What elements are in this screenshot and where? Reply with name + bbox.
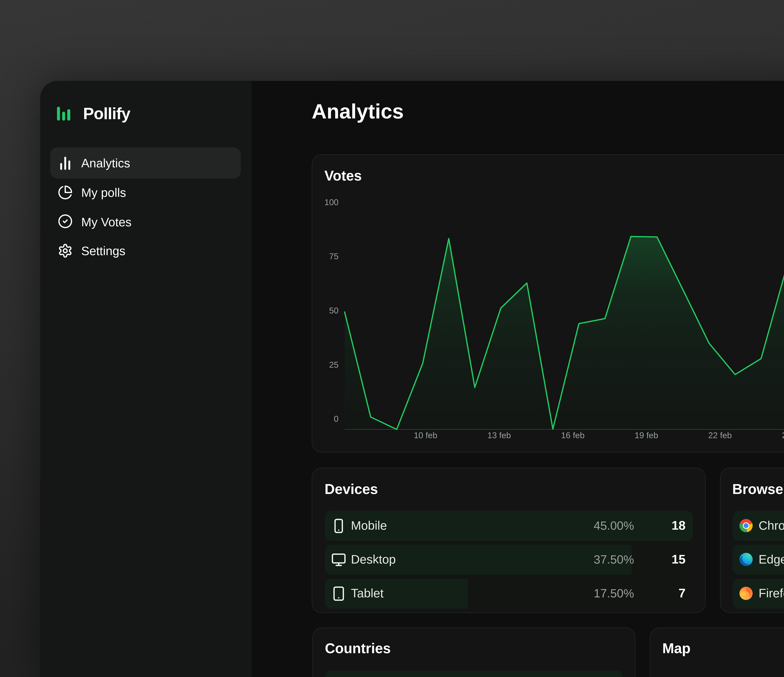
svg-text:0: 0: [334, 414, 339, 424]
svg-text:25: 25: [329, 360, 339, 370]
svg-text:13 feb: 13 feb: [487, 430, 511, 440]
svg-text:50: 50: [329, 306, 339, 315]
svg-text:25 feb: 25 feb: [782, 430, 784, 440]
svg-text:100: 100: [324, 197, 339, 207]
svg-text:75: 75: [329, 252, 339, 261]
svg-text:16 feb: 16 feb: [561, 430, 585, 440]
svg-text:22 feb: 22 feb: [708, 430, 732, 440]
svg-text:10 feb: 10 feb: [414, 430, 437, 440]
svg-text:19 feb: 19 feb: [635, 430, 658, 440]
